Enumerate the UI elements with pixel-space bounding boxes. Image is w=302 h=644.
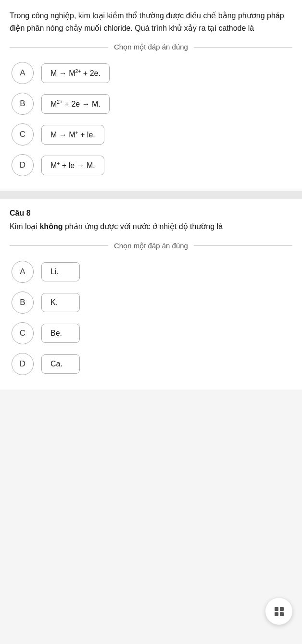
fab-dot-1 xyxy=(275,607,278,611)
fab-dot-3 xyxy=(275,612,278,616)
option-7-B[interactable]: B M2+ + 2e → M. xyxy=(12,93,290,115)
option-circle-8-B: B xyxy=(12,292,34,314)
fab-dot-2 xyxy=(280,607,284,611)
choose-label-7: Chọn một đáp án đúng xyxy=(114,43,188,51)
question-8-block: Câu 8 Kim loại không phản ứng được với n… xyxy=(0,199,302,389)
choose-answer-divider-7: Chọn một đáp án đúng xyxy=(10,43,292,51)
question-7-text: Trong công nghiệp, kim loại kiềm thổ thư… xyxy=(10,10,292,34)
option-box-8-D: Ca. xyxy=(41,354,80,374)
option-circle-8-C: C xyxy=(12,322,34,344)
option-circle-8-A: A xyxy=(12,261,34,283)
option-circle-D: D xyxy=(12,154,34,176)
option-8-D[interactable]: D Ca. xyxy=(12,353,290,375)
question-8-text: Kim loại không phản ứng được với nước ở … xyxy=(10,220,292,233)
option-circle-8-D: D xyxy=(12,353,34,375)
option-7-C[interactable]: C M → M+ + le. xyxy=(12,123,290,146)
divider-line-right xyxy=(194,47,292,48)
option-circle-C: C xyxy=(12,123,34,146)
option-circle-A: A xyxy=(12,62,34,84)
bold-khong: không xyxy=(39,222,63,231)
option-box-A: M → M2+ + 2e. xyxy=(41,63,110,83)
option-7-D[interactable]: D M+ + le → M. xyxy=(12,154,290,176)
divider-line-left xyxy=(10,47,108,48)
divider-line-left-8 xyxy=(10,245,108,246)
option-circle-B: B xyxy=(12,93,34,115)
option-box-B: M2+ + 2e → M. xyxy=(41,94,110,114)
fab-dot-4 xyxy=(280,612,284,616)
option-box-C: M → M+ + le. xyxy=(41,125,104,145)
fab-menu-button[interactable] xyxy=(265,598,292,625)
choose-label-8: Chọn một đáp án đúng xyxy=(114,242,188,250)
option-box-D: M+ + le → M. xyxy=(41,156,104,175)
options-list-8: A Li. B K. C Be. D Ca. xyxy=(10,261,292,375)
option-8-B[interactable]: B K. xyxy=(12,292,290,314)
option-box-8-A: Li. xyxy=(41,262,80,281)
fab-grid-icon xyxy=(275,607,284,616)
divider-line-right-8 xyxy=(194,245,292,246)
option-8-C[interactable]: C Be. xyxy=(12,322,290,344)
question-8-number: Câu 8 xyxy=(10,209,292,218)
options-list-7: A M → M2+ + 2e. B M2+ + 2e → M. C M → M+… xyxy=(10,62,292,176)
option-box-8-B: K. xyxy=(41,293,80,312)
section-separator xyxy=(0,191,302,199)
question-7-block: Trong công nghiệp, kim loại kiềm thổ thư… xyxy=(0,0,302,191)
choose-answer-divider-8: Chọn một đáp án đúng xyxy=(10,242,292,250)
option-7-A[interactable]: A M → M2+ + 2e. xyxy=(12,62,290,84)
option-8-A[interactable]: A Li. xyxy=(12,261,290,283)
option-box-8-C: Be. xyxy=(41,324,80,343)
